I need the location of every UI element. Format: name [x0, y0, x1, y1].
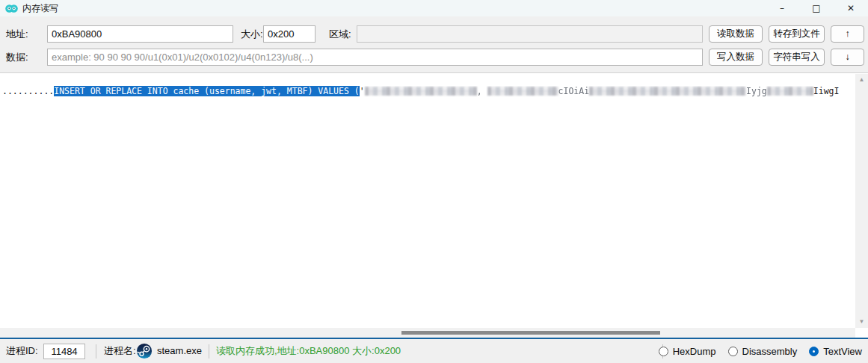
view-mode-disassembly[interactable]: Disassembly	[728, 346, 798, 357]
data-label: 数据:	[6, 49, 28, 66]
read-data-button[interactable]: 读取数据	[709, 25, 763, 43]
scrollbar-up-arrow-icon[interactable]: ▲	[855, 74, 868, 86]
size-label: 大小:	[241, 25, 263, 43]
address-input[interactable]	[47, 25, 233, 43]
steam-icon	[136, 343, 153, 359]
size-input[interactable]	[263, 25, 316, 43]
region-input[interactable]	[357, 25, 703, 43]
radio-icon	[809, 347, 819, 356]
process-name-label: 进程名:	[104, 339, 136, 363]
process-id-label: 进程ID:	[6, 339, 38, 363]
memory-segment-text: ..........	[2, 86, 54, 96]
scroll-down-button[interactable]: ↓	[831, 49, 864, 66]
horizontal-scrollbar[interactable]	[0, 328, 855, 338]
radio-icon	[659, 347, 668, 356]
window-title: 内存读写	[22, 2, 58, 15]
statusbar-separator	[96, 344, 96, 359]
process-id-input[interactable]	[43, 344, 85, 359]
view-mode-label: HexDump	[673, 346, 716, 357]
close-button[interactable]: ✕	[834, 0, 868, 16]
memory-segment-text: IiwgI	[813, 86, 840, 96]
dump-to-file-button[interactable]: 转存到文件	[769, 25, 825, 43]
scroll-up-button[interactable]: ↑	[831, 25, 864, 43]
process-name-value: steam.exe	[157, 339, 202, 363]
toolbar: 地址: 大小: 区域: 读取数据 转存到文件 ↑ 数据: 写入数据 字符串写入 …	[0, 16, 868, 72]
memory-segment-mosaic	[589, 87, 746, 96]
memory-line: ..........INSERT OR REPLACE INTO cache (…	[2, 86, 853, 97]
title-bar: 内存读写 – □ ✕	[0, 0, 868, 16]
data-input[interactable]	[47, 49, 703, 66]
view-mode-group: HexDumpDisassemblyTextView	[659, 339, 862, 363]
memory-segment-faint: cIOiAi	[558, 86, 590, 96]
memory-segment-faint: Iyjg	[746, 86, 767, 96]
scrollbar-down-arrow-icon[interactable]: ▼	[855, 316, 868, 328]
write-data-button[interactable]: 写入数据	[709, 49, 763, 66]
vertical-scrollbar[interactable]: ▲ ▼	[855, 74, 868, 328]
memory-segment-faint: ,	[477, 86, 487, 96]
address-label: 地址:	[6, 25, 28, 43]
status-message: 读取内存成功,地址:0xBA90800 大小:0x200	[216, 339, 401, 363]
minimize-button[interactable]: –	[765, 0, 799, 16]
view-mode-label: Disassembly	[742, 346, 798, 357]
memory-text-view[interactable]: ..........INSERT OR REPLACE INTO cache (…	[0, 72, 868, 338]
view-mode-textview[interactable]: TextView	[809, 346, 862, 357]
app-window: 内存读写 – □ ✕ 地址: 大小: 区域: 读取数据 转存到文件 ↑ 数据: …	[0, 0, 868, 363]
app-icon	[5, 4, 18, 13]
window-controls: – □ ✕	[765, 0, 868, 16]
memory-segment-mosaic	[487, 87, 558, 96]
view-mode-label: TextView	[823, 346, 862, 357]
memory-segment-mosaic	[365, 87, 477, 96]
memory-segment-text: '	[360, 86, 365, 96]
statusbar-separator	[209, 344, 209, 359]
region-label: 区域:	[329, 25, 351, 43]
view-mode-hexdump[interactable]: HexDump	[659, 346, 716, 357]
horizontal-scrollbar-thumb[interactable]	[401, 331, 660, 335]
maximize-button[interactable]: □	[799, 0, 834, 16]
write-string-button[interactable]: 字符串写入	[769, 49, 825, 66]
status-bar: 进程ID: 进程名: steam.exe 读取内存成功,地址:0xBA90800…	[0, 339, 868, 363]
radio-icon	[728, 347, 738, 356]
memory-segment-selected: INSERT OR REPLACE INTO cache (username, …	[54, 86, 360, 96]
memory-segment-mosaic	[767, 87, 813, 96]
